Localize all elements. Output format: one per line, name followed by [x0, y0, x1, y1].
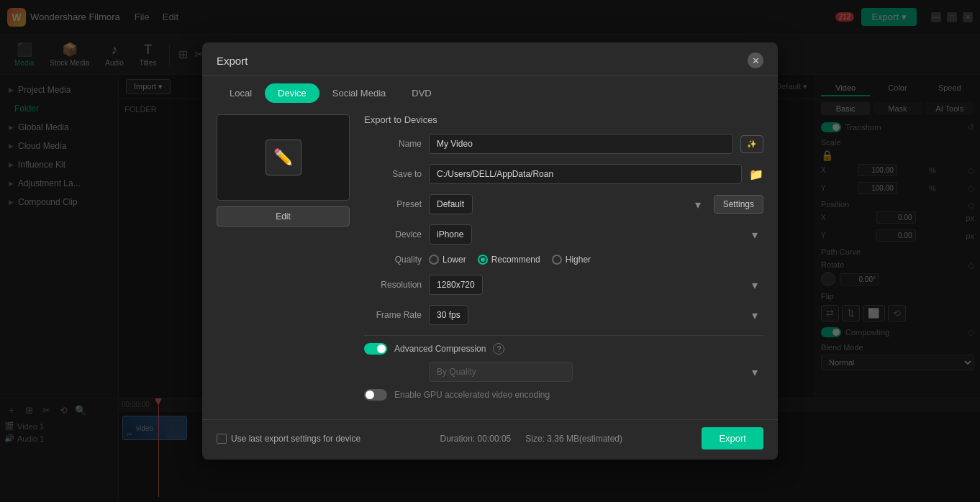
- ai-rename-button[interactable]: ✨: [740, 135, 763, 153]
- settings-button[interactable]: Settings: [714, 195, 763, 214]
- modal-footer: Use last export settings for device Dura…: [202, 419, 778, 460]
- modal-title: Export: [217, 55, 248, 67]
- export-to-devices-label: Export to Devices: [364, 114, 763, 125]
- quality-recommend-radio[interactable]: [478, 255, 488, 265]
- save-to-input[interactable]: [429, 164, 742, 184]
- save-to-label: Save to: [364, 169, 422, 179]
- name-row: Name ✨: [364, 134, 763, 154]
- resolution-row: Resolution 1280x720: [364, 275, 763, 295]
- preset-row: Preset Default Settings: [364, 194, 763, 214]
- preset-label: Preset: [364, 199, 422, 209]
- tab-device[interactable]: Device: [265, 83, 319, 103]
- by-quality-select: By Quality: [429, 362, 573, 382]
- pencil-icon: ✏️: [266, 140, 301, 175]
- footer-left: Use last export settings for device: [217, 434, 360, 444]
- frame-rate-select[interactable]: 30 fps: [429, 305, 468, 325]
- frame-rate-row: Frame Rate 30 fps: [364, 305, 763, 325]
- resolution-select[interactable]: 1280x720: [429, 275, 483, 295]
- folder-browse-button[interactable]: 📁: [749, 168, 763, 181]
- name-label: Name: [364, 139, 422, 149]
- advanced-compression-label: Advanced Compression: [394, 344, 486, 354]
- use-last-settings-checkbox[interactable]: Use last export settings for device: [217, 434, 360, 444]
- modal-settings: Export to Devices Name ✨ Save to 📁: [364, 114, 763, 408]
- gpu-row: Enable GPU accelerated video encoding: [364, 389, 763, 401]
- modal-tabs: Local Device Social Media DVD: [202, 76, 778, 103]
- edit-button[interactable]: Edit: [217, 206, 350, 227]
- name-input[interactable]: [429, 134, 733, 154]
- modal-preview: ✏️ Edit: [217, 114, 350, 408]
- modal-header: Export ✕: [202, 42, 778, 76]
- modal-body: ✏️ Edit Export to Devices Name ✨ Save to: [202, 103, 778, 419]
- divider-1: [364, 335, 763, 336]
- device-row: Device iPhone: [364, 224, 763, 245]
- modal-overlay: Export ✕ Local Device Social Media DVD ✏…: [0, 0, 980, 502]
- quality-lower-option[interactable]: Lower: [429, 255, 466, 265]
- quality-recommend-option[interactable]: Recommend: [478, 255, 540, 265]
- frame-rate-label: Frame Rate: [364, 310, 422, 320]
- quality-label: Quality: [364, 255, 422, 265]
- quality-higher-option[interactable]: Higher: [552, 255, 591, 265]
- help-icon[interactable]: ?: [493, 343, 504, 355]
- export-modal: Export ✕ Local Device Social Media DVD ✏…: [202, 42, 778, 460]
- gpu-label: Enable GPU accelerated video encoding: [394, 390, 550, 400]
- size-info: Size: 3.36 MB(estimated): [525, 434, 622, 444]
- quality-row: Quality Lower Recommend Higher: [364, 255, 763, 265]
- checkbox-icon: [217, 434, 227, 444]
- preset-select[interactable]: Default: [429, 194, 473, 214]
- by-quality-row: By Quality: [429, 362, 763, 382]
- export-main-button[interactable]: Export: [702, 427, 763, 449]
- advanced-compression-toggle[interactable]: [364, 343, 387, 355]
- advanced-compression-row: Advanced Compression ?: [364, 343, 763, 355]
- save-to-row: Save to 📁: [364, 164, 763, 184]
- ai-icon: ✨: [747, 140, 757, 149]
- quality-lower-radio[interactable]: [429, 255, 439, 265]
- tab-social-media[interactable]: Social Media: [319, 83, 399, 103]
- preview-thumbnail: ✏️: [217, 114, 350, 201]
- quality-higher-radio[interactable]: [552, 255, 562, 265]
- tab-dvd[interactable]: DVD: [399, 83, 444, 103]
- use-last-settings-label: Use last export settings for device: [231, 434, 360, 444]
- resolution-label: Resolution: [364, 280, 422, 290]
- quality-radio-group: Lower Recommend Higher: [429, 255, 591, 265]
- duration-info: Duration: 00:00:05: [440, 434, 512, 444]
- gpu-toggle[interactable]: [364, 389, 387, 401]
- footer-info: Duration: 00:00:05 Size: 3.36 MB(estimat…: [440, 434, 622, 444]
- device-label: Device: [364, 229, 422, 239]
- tab-local[interactable]: Local: [217, 83, 265, 103]
- device-select[interactable]: iPhone: [429, 224, 472, 245]
- modal-close-button[interactable]: ✕: [748, 53, 763, 68]
